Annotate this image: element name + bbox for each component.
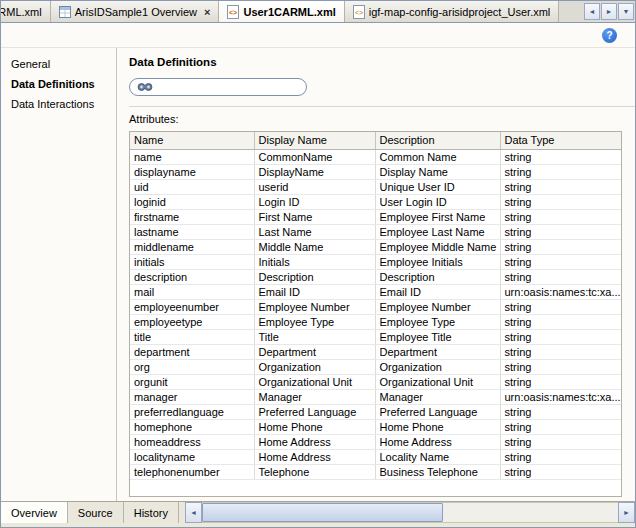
table-cell: employeetype bbox=[130, 314, 254, 329]
table-cell: string bbox=[500, 449, 621, 464]
table-cell: urn:oasis:names:tc:xa... bbox=[500, 284, 621, 299]
table-cell: urn:oasis:names:tc:xa... bbox=[500, 389, 621, 404]
scroll-left-button[interactable]: ◄ bbox=[185, 502, 202, 523]
table-cell: homeaddress bbox=[130, 434, 254, 449]
table-cell: DisplayName bbox=[254, 164, 375, 179]
table-cell: department bbox=[130, 344, 254, 359]
table-cell: string bbox=[500, 254, 621, 269]
table-cell: string bbox=[500, 434, 621, 449]
table-row[interactable]: nameCommonNameCommon Namestring bbox=[130, 149, 621, 164]
table-cell: string bbox=[500, 209, 621, 224]
table-row[interactable]: preferredlanguagePreferred LanguagePrefe… bbox=[130, 404, 621, 419]
table-cell: Employee Number bbox=[375, 299, 500, 314]
svg-text:<>: <> bbox=[229, 9, 237, 16]
column-header-description[interactable]: Description bbox=[375, 132, 500, 149]
table-cell: First Name bbox=[254, 209, 375, 224]
table-cell: Preferred Language bbox=[375, 404, 500, 419]
tab-history[interactable]: History bbox=[124, 502, 179, 523]
table-cell: userid bbox=[254, 179, 375, 194]
table-row[interactable]: middlenameMiddle NameEmployee Middle Nam… bbox=[130, 239, 621, 254]
scrollbar-track[interactable] bbox=[202, 502, 618, 523]
column-header-data-type[interactable]: Data Type bbox=[500, 132, 621, 149]
tab-user1carml-xml[interactable]: <> User1CARML.xml bbox=[219, 1, 344, 22]
table-cell: string bbox=[500, 149, 621, 164]
table-row[interactable]: firstnameFirst NameEmployee First Namest… bbox=[130, 209, 621, 224]
table-row[interactable]: titleTitleEmployee Titlestring bbox=[130, 329, 621, 344]
table-cell: Business Telephone bbox=[375, 464, 500, 479]
table-row[interactable]: employeetypeEmployee TypeEmployee Typest… bbox=[130, 314, 621, 329]
table-row[interactable]: localitynameHome AddressLocality Namestr… bbox=[130, 449, 621, 464]
table-cell: Last Name bbox=[254, 224, 375, 239]
table-cell: Employee Initials bbox=[375, 254, 500, 269]
search-box[interactable] bbox=[129, 78, 307, 96]
tab-source[interactable]: Source bbox=[68, 502, 124, 523]
scroll-tabs-right-button[interactable]: ► bbox=[601, 3, 617, 20]
table-row[interactable]: employeenumberEmployee NumberEmployee Nu… bbox=[130, 299, 621, 314]
table-cell: Home Phone bbox=[254, 419, 375, 434]
table-cell: middlename bbox=[130, 239, 254, 254]
table-cell: Organizational Unit bbox=[254, 374, 375, 389]
table-row[interactable]: loginidLogin IDUser Login IDstring bbox=[130, 194, 621, 209]
table-cell: preferredlanguage bbox=[130, 404, 254, 419]
overview-editor: General Data Definitions Data Interactio… bbox=[1, 48, 635, 501]
sidebar-item-data-definitions[interactable]: Data Definitions bbox=[1, 74, 116, 94]
attributes-table: Name Display Name Description Data Type … bbox=[130, 132, 621, 480]
table-cell: Employee Type bbox=[254, 314, 375, 329]
table-row[interactable]: displaynameDisplayNameDisplay Namestring bbox=[130, 164, 621, 179]
table-cell: Email ID bbox=[375, 284, 500, 299]
tab-arml-xml[interactable]: <> ARML.xml bbox=[1, 1, 51, 22]
sidebar-item-general[interactable]: General bbox=[1, 54, 116, 74]
attributes-table-body: nameCommonNameCommon Namestringdisplayna… bbox=[130, 149, 621, 479]
table-row[interactable]: telephonenumberTelephoneBusiness Telepho… bbox=[130, 464, 621, 479]
table-cell: Description bbox=[254, 269, 375, 284]
table-row[interactable]: mailEmail IDEmail IDurn:oasis:names:tc:x… bbox=[130, 284, 621, 299]
tab-overview[interactable]: Overview bbox=[1, 502, 68, 523]
table-cell: mail bbox=[130, 284, 254, 299]
table-row[interactable]: descriptionDescriptionDescriptionstring bbox=[130, 269, 621, 284]
table-row[interactable]: orgOrganizationOrganizationstring bbox=[130, 359, 621, 374]
table-cell: Common Name bbox=[375, 149, 500, 164]
table-cell: string bbox=[500, 194, 621, 209]
table-row[interactable]: uiduseridUnique User IDstring bbox=[130, 179, 621, 194]
table-cell: Middle Name bbox=[254, 239, 375, 254]
table-row[interactable]: homephoneHome PhoneHome Phonestring bbox=[130, 419, 621, 434]
tab-igf-map-config[interactable]: <> igf-map-config-arisidproject_User.xml bbox=[345, 1, 560, 22]
table-row[interactable]: orgunitOrganizational UnitOrganizational… bbox=[130, 374, 621, 389]
scrollbar-thumb[interactable] bbox=[202, 503, 443, 522]
data-definitions-panel: Data Definitions Attributes: bbox=[117, 48, 635, 501]
table-cell: Employee Type bbox=[375, 314, 500, 329]
xml-file-icon: <> bbox=[353, 5, 365, 19]
tab-list-button[interactable]: ▼ bbox=[618, 3, 634, 20]
horizontal-scrollbar[interactable]: ◄ ► bbox=[185, 502, 635, 523]
table-cell: Employee Number bbox=[254, 299, 375, 314]
table-row[interactable]: initialsInitialsEmployee Initialsstring bbox=[130, 254, 621, 269]
search-input[interactable] bbox=[158, 81, 300, 93]
table-header-row: Name Display Name Description Data Type bbox=[130, 132, 621, 149]
tab-label: ArisIDSample1 Overview bbox=[75, 6, 197, 18]
tab-arisidsample1-overview[interactable]: ArisIDSample1 Overview × bbox=[51, 1, 220, 22]
overview-diagram-icon bbox=[59, 6, 71, 18]
editor-toolbar: ? bbox=[1, 23, 635, 48]
table-cell: Organization bbox=[254, 359, 375, 374]
xml-file-icon: <> bbox=[227, 5, 239, 19]
table-cell: localityname bbox=[130, 449, 254, 464]
table-row[interactable]: homeaddressHome AddressHome Addressstrin… bbox=[130, 434, 621, 449]
section-sidebar: General Data Definitions Data Interactio… bbox=[1, 48, 117, 501]
table-row[interactable]: managerManagerManagerurn:oasis:names:tc:… bbox=[130, 389, 621, 404]
table-cell: string bbox=[500, 269, 621, 284]
table-row[interactable]: departmentDepartmentDepartmentstring bbox=[130, 344, 621, 359]
table-cell: initials bbox=[130, 254, 254, 269]
column-header-display-name[interactable]: Display Name bbox=[254, 132, 375, 149]
scroll-tabs-left-button[interactable]: ◄ bbox=[584, 3, 600, 20]
table-cell: lastname bbox=[130, 224, 254, 239]
scroll-right-button[interactable]: ► bbox=[618, 502, 635, 523]
table-cell: CommonName bbox=[254, 149, 375, 164]
sidebar-item-data-interactions[interactable]: Data Interactions bbox=[1, 94, 116, 114]
close-icon[interactable]: × bbox=[204, 6, 210, 18]
table-row[interactable]: lastnameLast NameEmployee Last Namestrin… bbox=[130, 224, 621, 239]
help-icon[interactable]: ? bbox=[602, 28, 617, 43]
table-cell: string bbox=[500, 164, 621, 179]
column-header-name[interactable]: Name bbox=[130, 132, 254, 149]
table-cell: Manager bbox=[254, 389, 375, 404]
tab-label: User1CARML.xml bbox=[243, 6, 335, 18]
